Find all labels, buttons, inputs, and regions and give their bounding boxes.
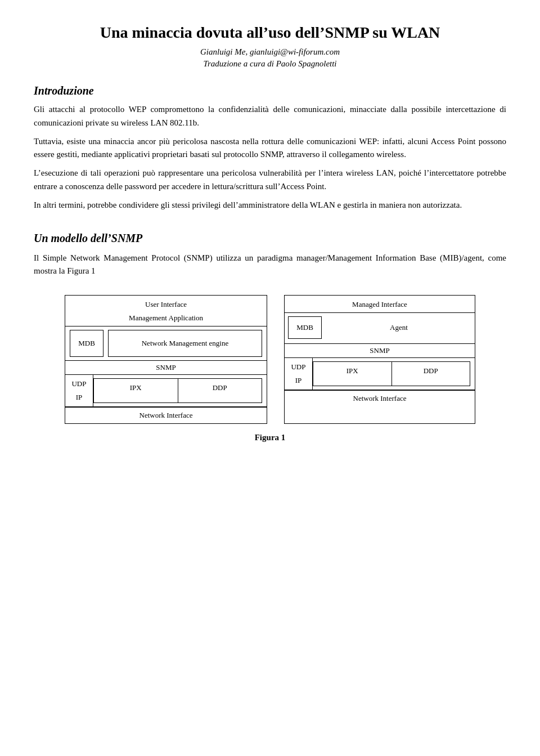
management-application-label: Management Application	[65, 311, 267, 326]
left-ip-label: IP	[70, 391, 88, 404]
intro-paragraph-2: Tuttavia, esiste una minaccia ancor più …	[34, 135, 506, 162]
intro-paragraph-4: In altri termini, potrebbe condividere g…	[34, 199, 506, 212]
left-udp-label: UDP	[70, 377, 88, 391]
right-ddp-cell: DDP	[392, 362, 470, 386]
udp-ip-row: UDP IP IPX DDP	[65, 375, 267, 407]
network-engine-box: Network Management engine	[108, 330, 262, 357]
left-snmp-label: SNMP	[65, 361, 267, 375]
left-ddp-cell: DDP	[178, 379, 262, 402]
managed-interface-label: Managed Interface	[285, 296, 475, 313]
right-ipx-cell: IPX	[313, 362, 392, 386]
right-mdb-agent-row: MDB Agent	[285, 313, 475, 344]
intro-paragraph-1: Gli attacchi al protocollo WEP compromet…	[34, 103, 506, 129]
right-mdb-box: MDB	[288, 316, 322, 339]
left-network-interface: Network Interface	[65, 407, 267, 423]
user-interface-label: User Interface	[65, 296, 267, 311]
manager-box: User Interface Management Application MD…	[65, 295, 267, 424]
figure-caption: Figura 1	[34, 433, 506, 442]
right-snmp-label: SNMP	[285, 344, 475, 358]
right-network-interface: Network Interface	[285, 390, 475, 406]
left-mdb-box: MDB	[70, 330, 104, 357]
snmp-model-title: Un modello dell’SNMP	[34, 232, 506, 245]
right-udp-ip-row: UDP IP IPX DDP	[285, 358, 475, 390]
figure-1-area: User Interface Management Application MD…	[34, 295, 506, 424]
author-line: Gianluigi Me, gianluigi@wi-fiforum.com	[34, 47, 506, 57]
right-agent-label: Agent	[326, 316, 471, 339]
page-title: Una minaccia dovuta all’uso dell’SNMP su…	[34, 23, 506, 43]
mdb-engine-row: MDB Network Management engine	[65, 326, 267, 361]
translator-line: Traduzione a cura di Paolo Spagnoletti	[34, 59, 506, 69]
right-udp-label: UDP	[289, 360, 308, 374]
left-ipx-cell: IPX	[94, 379, 178, 402]
udp-ip-col: UDP IP	[65, 375, 93, 406]
agent-box: Managed Interface MDB Agent SNMP UDP IP	[284, 295, 475, 424]
right-ip-label: IP	[289, 374, 308, 387]
left-ipx-ddp-box: IPX DDP	[93, 378, 262, 403]
intro-paragraph-3: L’esecuzione di tali operazioni può rapp…	[34, 167, 506, 193]
snmp-model-paragraph: Il Simple Network Management Protocol (S…	[34, 252, 506, 278]
right-ipx-ddp-box: IPX DDP	[313, 361, 470, 386]
right-udp-ip-col: UDP IP	[285, 358, 313, 390]
intro-title: Introduzione	[34, 84, 506, 97]
